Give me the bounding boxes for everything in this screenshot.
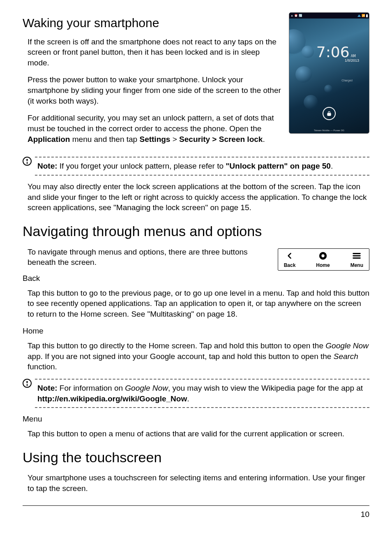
phone-carrier: Taiwan Mobile — Power 3G [289, 129, 369, 132]
paragraph: For additional security, you may set an … [28, 113, 281, 144]
phone-charged-label: Charged [341, 79, 353, 82]
nav-buttons-diagram: Back Home Menu [278, 248, 369, 271]
heading-navigating: Navigating through menus and options [23, 222, 369, 241]
wifi-icon [357, 14, 361, 17]
phone-date: 1/8/2013 [345, 58, 359, 63]
note-url: http://en.wikipedia.org/wiki/Google_Now [37, 394, 187, 403]
alarm-icon: ⏰ [294, 14, 298, 17]
phone-statusbar: ▲ ⏰ 🔄 📶 [289, 13, 369, 19]
lock-icon [323, 107, 336, 120]
home-icon [318, 251, 328, 260]
note-callout: • Note: For information on Google Now, y… [23, 379, 369, 408]
paragraph: Your smartphone uses a touchscreen for s… [28, 473, 369, 493]
back-button-diagram: Back [284, 251, 296, 269]
note-icon: • [23, 379, 32, 388]
svg-rect-0 [327, 113, 331, 116]
subheading-home: Home [23, 326, 369, 336]
paragraph: To navigate through menus and options, t… [28, 247, 273, 268]
sync-icon: 🔄 [299, 14, 302, 17]
paragraph: You may also directly enter the lock scr… [28, 181, 369, 213]
subheading-menu: Menu [23, 414, 369, 424]
subheading-back: Back [23, 273, 369, 284]
battery-icon [366, 14, 368, 17]
note-icon: • [23, 157, 32, 166]
note-label: Note: [37, 162, 58, 170]
note-link: "Unlock pattern" on page 50 [226, 162, 331, 170]
note-label: Note: [37, 384, 58, 392]
phone-lockscreen-image: ▲ ⏰ 🔄 📶 7:06AM 1/8/2013 Charged Taiwan M… [289, 12, 369, 134]
note-text: If you forget your unlock pattern, pleas… [58, 162, 226, 170]
home-button-diagram: Home [316, 251, 330, 269]
heading-waking: Waking your smartphone [23, 15, 281, 32]
page-number: 10 [361, 510, 369, 519]
paragraph: Tap this button to go directly to the Ho… [28, 341, 369, 372]
paragraph: Press the power button to wake your smar… [28, 74, 281, 106]
svg-point-2 [321, 254, 324, 257]
paragraph: Tap this button to open a menu of action… [28, 429, 369, 439]
signal-icon: ▲ [291, 14, 293, 17]
menu-button-diagram: Menu [350, 251, 363, 269]
heading-touchscreen: Using the touchscreen [23, 448, 369, 467]
menu-icon [351, 251, 362, 260]
note-text: For information on [58, 384, 125, 392]
back-icon [284, 251, 295, 260]
note-callout: • Note: If you forget your unlock patter… [23, 157, 369, 176]
paragraph: If the screen is off and the smartphone … [28, 37, 281, 68]
signal-bars-icon: 📶 [362, 14, 365, 17]
paragraph: Tap this button to go to the previous pa… [28, 288, 369, 320]
